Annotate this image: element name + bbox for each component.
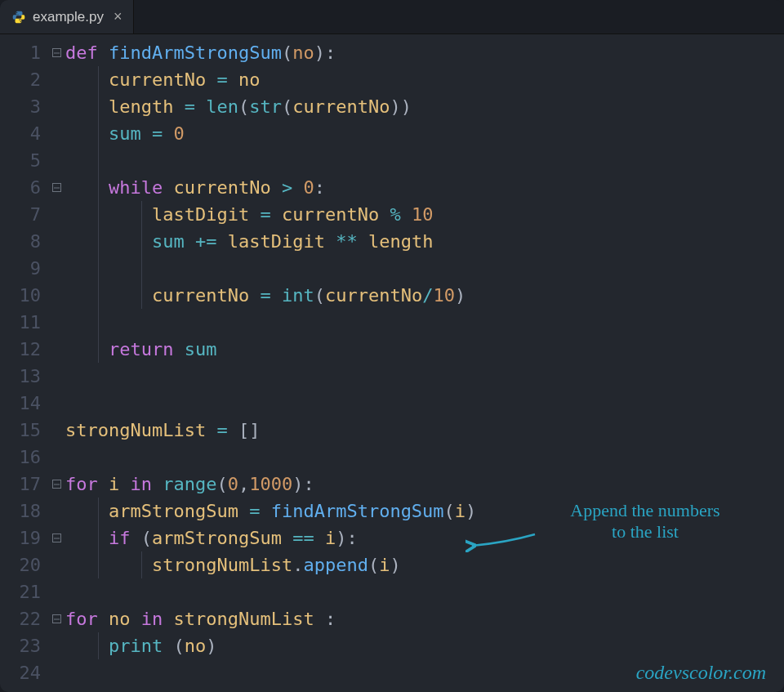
token-id: armStrongSum xyxy=(109,501,238,521)
token-pn: ) xyxy=(455,285,466,306)
token-id: lastDigit xyxy=(228,231,325,252)
token-id: length xyxy=(368,231,433,252)
tab-example-py[interactable]: example.py × xyxy=(0,0,134,33)
fold-cell xyxy=(47,363,65,390)
line-number: 15 xyxy=(0,417,41,444)
fold-cell xyxy=(47,578,65,605)
code-editor[interactable]: 123456789101112131415161718192021222324 … xyxy=(0,34,784,692)
code-line[interactable]: return sum xyxy=(65,336,784,363)
token-id: strongNumList xyxy=(174,609,314,629)
code-line[interactable]: for i in range(0,1000): xyxy=(65,471,784,498)
code-line[interactable]: sum = 0 xyxy=(65,120,784,147)
token-op: ** xyxy=(336,231,358,252)
indent-guide xyxy=(98,147,99,174)
fold-cell[interactable] xyxy=(47,525,65,551)
indent-guide xyxy=(98,201,99,228)
fold-cell[interactable] xyxy=(47,605,65,632)
line-number: 6 xyxy=(0,174,41,201)
token-id: lastDigit xyxy=(152,204,249,225)
token-pn: [] xyxy=(238,420,261,440)
token-op: > xyxy=(282,177,292,198)
tab-close-icon[interactable]: × xyxy=(114,8,122,25)
line-number: 5 xyxy=(0,147,41,174)
token-pn: : xyxy=(314,177,325,198)
token-num: 0 xyxy=(173,123,184,144)
line-number: 12 xyxy=(0,336,41,363)
code-line[interactable] xyxy=(65,578,784,605)
code-line[interactable]: for no in strongNumList : xyxy=(65,605,784,632)
code-line[interactable]: strongNumList = [] xyxy=(65,417,784,444)
indent-guide xyxy=(98,309,99,336)
indent-guide xyxy=(98,93,99,120)
token-num: 10 xyxy=(412,204,434,225)
code-line[interactable]: print (no) xyxy=(65,632,784,659)
code-line[interactable]: currentNo = int(currentNo/10) xyxy=(65,282,784,309)
code-line[interactable] xyxy=(65,444,784,471)
code-line[interactable] xyxy=(65,309,784,336)
code-line[interactable] xyxy=(65,390,784,417)
code-line[interactable] xyxy=(65,147,784,174)
line-number: 19 xyxy=(0,525,41,551)
fold-cell xyxy=(47,147,65,174)
token-op: = xyxy=(185,96,195,117)
code-line[interactable]: strongNumList.append(i) xyxy=(65,551,784,578)
token-pn: ( xyxy=(141,528,152,548)
indent-guide xyxy=(98,120,99,147)
token-plain xyxy=(173,96,184,117)
token-plain xyxy=(249,285,260,306)
token-plain xyxy=(65,204,152,225)
line-number: 3 xyxy=(0,93,41,120)
code-line[interactable]: lastDigit = currentNo % 10 xyxy=(65,201,784,228)
line-number: 24 xyxy=(0,659,41,686)
token-pn: ( xyxy=(314,285,325,306)
code-line[interactable]: def findArmStrongSum(no): xyxy=(65,39,784,66)
token-id: i xyxy=(325,528,336,548)
code-line[interactable]: currentNo = no xyxy=(65,66,784,93)
line-number: 16 xyxy=(0,444,41,471)
token-plain xyxy=(216,231,227,252)
token-op: = xyxy=(260,285,270,306)
token-id: length xyxy=(109,96,173,117)
token-plain xyxy=(141,123,152,144)
token-id: i xyxy=(109,474,119,494)
fold-cell xyxy=(47,390,65,417)
code-line[interactable] xyxy=(65,363,784,390)
token-plain xyxy=(271,177,282,198)
fold-toggle-icon[interactable] xyxy=(52,48,61,57)
code-line[interactable]: length = len(str(currentNo)) xyxy=(65,93,784,120)
token-id: no xyxy=(109,609,131,629)
fold-cell[interactable] xyxy=(47,174,65,201)
fold-column xyxy=(47,34,65,692)
token-id: no xyxy=(185,636,207,656)
fold-toggle-icon[interactable] xyxy=(52,534,61,542)
code-line[interactable]: while currentNo > 0: xyxy=(65,174,784,201)
token-id: currentNo xyxy=(109,69,206,90)
token-kw: for xyxy=(65,609,98,629)
token-id: strongNumList xyxy=(65,420,206,440)
token-id: i xyxy=(455,501,466,521)
token-plain xyxy=(260,501,270,521)
code-line[interactable] xyxy=(65,255,784,282)
fold-cell xyxy=(47,498,65,525)
code-area[interactable]: def findArmStrongSum(no): currentNo = no… xyxy=(65,34,784,692)
token-plain xyxy=(65,636,109,656)
token-num: 1000 xyxy=(249,474,292,494)
indent-guide xyxy=(141,282,142,309)
code-line[interactable]: sum += lastDigit ** length xyxy=(65,228,784,255)
fold-toggle-icon[interactable] xyxy=(52,183,61,192)
fold-cell xyxy=(47,201,65,228)
fold-cell[interactable] xyxy=(47,471,65,498)
fold-toggle-icon[interactable] xyxy=(52,480,61,489)
token-plain xyxy=(163,636,173,656)
token-pn: ( xyxy=(282,42,292,63)
token-kw: for xyxy=(65,474,98,494)
fold-cell[interactable] xyxy=(47,39,65,66)
token-plain xyxy=(65,528,109,548)
indent-guide xyxy=(98,632,99,659)
fold-toggle-icon[interactable] xyxy=(52,614,61,623)
token-id: i xyxy=(379,555,390,575)
token-plain xyxy=(249,204,260,225)
token-num: 10 xyxy=(433,285,455,306)
token-plain xyxy=(401,204,412,225)
token-op: % xyxy=(390,204,400,225)
